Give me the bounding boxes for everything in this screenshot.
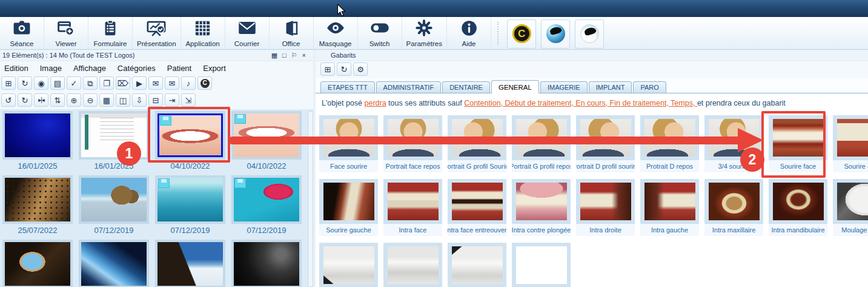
- library-thumbnail-item[interactable]: [79, 240, 149, 287]
- thumbnail-image[interactable]: [5, 178, 70, 221]
- mail-off-button[interactable]: ✉: [165, 76, 179, 90]
- menu-item-affichage[interactable]: Affichage: [73, 64, 106, 73]
- thumbnail-image[interactable]: [81, 178, 147, 221]
- split-button[interactable]: ⊟: [148, 93, 163, 107]
- thumbnail-image[interactable]: [157, 242, 223, 286]
- orca-globe-app-button[interactable]: [541, 19, 570, 49]
- thumbnail-card[interactable]: [2, 175, 73, 224]
- tab-dentaire[interactable]: DENTAIRE: [442, 81, 490, 93]
- gabarit-intra-gauche[interactable]: Intra gauche: [640, 179, 699, 236]
- windows-button[interactable]: ⊞: [1, 76, 16, 90]
- sync-button[interactable]: ↻: [337, 62, 351, 76]
- gabarit-sourire-gauche[interactable]: Sourire gauche: [319, 179, 378, 236]
- audio-button[interactable]: ♪: [181, 76, 196, 90]
- toolbar-button-formulaire[interactable]: Formulaire: [88, 17, 133, 49]
- library-thumbnail-item[interactable]: 25/07/2022: [2, 175, 73, 240]
- thumbnail-image[interactable]: [234, 242, 299, 286]
- library-thumbnail-item[interactable]: 07/12/2019: [79, 175, 149, 240]
- menu-item-image[interactable]: Image: [40, 64, 62, 73]
- tab-administratif[interactable]: ADMINISTRATIF: [376, 81, 442, 93]
- toolbar-button-switch[interactable]: Switch: [358, 17, 402, 49]
- copy-button[interactable]: ⧉: [83, 76, 98, 90]
- toolbar-button-s-ance[interactable]: Séance: [0, 17, 44, 49]
- toolbar-button-viewer[interactable]: Viewer: [44, 17, 88, 49]
- gabarit-template-card[interactable]: [383, 243, 442, 287]
- thumbnail-card[interactable]: [2, 240, 73, 287]
- toolbar-button-param-tres[interactable]: Paramètres: [402, 17, 447, 49]
- mail-button[interactable]: ✉: [148, 76, 163, 90]
- gabarit-intra-face[interactable]: Intra face: [383, 179, 442, 236]
- compare-button[interactable]: ◫: [116, 93, 130, 107]
- warning-attribute-link[interactable]: Contention, Début de traitement, En cour…: [464, 99, 697, 107]
- gabarit-intra-droite[interactable]: Intra droite: [576, 179, 635, 236]
- toolbar-button-masquage[interactable]: Masquage: [314, 17, 358, 49]
- thumbnail-image[interactable]: [5, 242, 70, 286]
- gabarit-intra-face-entreouvert[interactable]: Intra face entreouvert: [448, 179, 506, 236]
- toolbar-drag-handle[interactable]: [497, 22, 505, 44]
- flip-horizontal-button[interactable]: ▸|◂: [34, 93, 48, 107]
- export-down-button[interactable]: ⇩: [132, 93, 147, 107]
- tab-general[interactable]: GENERAL: [491, 80, 539, 93]
- tab-etapes-ttt[interactable]: ETAPES TTT: [320, 81, 375, 93]
- library-thumbnail-item[interactable]: 07/12/2019: [155, 175, 225, 240]
- thumbnail-image[interactable]: [234, 178, 299, 221]
- gabarit-intra-maxillaire[interactable]: Intra maxillaire: [704, 179, 763, 236]
- close-icon[interactable]: ×: [302, 52, 306, 59]
- library-thumbnail-item[interactable]: [155, 240, 225, 287]
- thumbnail-card[interactable]: [79, 240, 149, 287]
- menu-item-edition[interactable]: Edition: [4, 64, 28, 73]
- pin-icon[interactable]: ⚐: [291, 52, 297, 59]
- gabarit-intra-contre-plong-e[interactable]: Intra contre plongée: [512, 179, 571, 236]
- c-logo-app-button[interactable]: C: [507, 19, 536, 49]
- thumbnail-image[interactable]: [157, 178, 223, 221]
- thumbnail-card[interactable]: [231, 175, 302, 224]
- library-thumbnail-item[interactable]: 07/12/2019: [231, 175, 302, 240]
- library-thumbnail-item[interactable]: [2, 240, 73, 287]
- video-button[interactable]: ▶: [132, 76, 147, 90]
- toolbar-button-pr-sentation[interactable]: Présentation: [133, 17, 181, 49]
- library-thumbnail-item[interactable]: 16/01/2025: [79, 111, 149, 175]
- windows-button[interactable]: ⊞: [320, 62, 335, 76]
- orca-snow-app-button[interactable]: [575, 19, 604, 49]
- thumbnail-card[interactable]: [155, 175, 225, 224]
- thumbnail-card[interactable]: [155, 240, 225, 287]
- thumbnail-card[interactable]: [231, 111, 302, 160]
- gabarit-template-card[interactable]: [319, 243, 378, 287]
- warning-attribute-link[interactable]: perdra: [365, 99, 386, 107]
- gabarit-template-card[interactable]: [512, 243, 571, 287]
- grid-view-icon[interactable]: ▦: [271, 52, 277, 59]
- gabarit-sourire-4-de[interactable]: Sourire 4 de: [833, 115, 868, 172]
- fullscreen-button[interactable]: ⇲: [181, 93, 196, 107]
- tab-implant[interactable]: IMPLANT: [589, 81, 632, 93]
- toolbar-button-office[interactable]: Office: [270, 17, 314, 49]
- toolbar-button-application[interactable]: Application: [181, 17, 225, 49]
- restore-window-icon[interactable]: □: [282, 52, 287, 59]
- gabarit-intra-mandibulaire[interactable]: Intra mandibulaire: [769, 179, 827, 236]
- thumbnail-image[interactable]: [81, 242, 147, 286]
- thumbnail-image[interactable]: [5, 113, 70, 157]
- toolbar-button-courrier[interactable]: Courrier: [225, 17, 270, 49]
- tab-imagerie[interactable]: IMAGERIE: [540, 81, 588, 93]
- rotate-left-button[interactable]: ↺: [1, 93, 16, 107]
- thumbnail-card[interactable]: [2, 111, 73, 160]
- send-next-button[interactable]: ⇥: [165, 93, 179, 107]
- menu-item-patient[interactable]: Patient: [167, 64, 191, 73]
- tag-add-button[interactable]: ⊕: [67, 93, 81, 107]
- library-thumbnail-item[interactable]: [231, 240, 302, 287]
- flip-vertical-button[interactable]: ⇅: [50, 93, 65, 107]
- thumbnail-image[interactable]: [234, 113, 299, 157]
- menu-item-export[interactable]: Export: [203, 64, 226, 73]
- menu-item-cat-gories[interactable]: Catégories: [118, 64, 156, 73]
- gabarit-template-card[interactable]: [448, 243, 506, 287]
- eye-button[interactable]: ◉: [34, 76, 48, 90]
- c-badge-button[interactable]: C: [197, 76, 212, 90]
- rotate-right-button[interactable]: ↻: [18, 93, 32, 107]
- library-thumbnail-item[interactable]: 16/01/2025: [2, 111, 73, 175]
- paste-button[interactable]: ❐: [99, 76, 114, 90]
- gabarit-moulage-maxi[interactable]: Moulage Maxi: [833, 179, 868, 236]
- gear-button[interactable]: ⚙: [353, 62, 368, 76]
- trash-button[interactable]: ⌦: [116, 76, 130, 90]
- sync-button[interactable]: ↻: [18, 76, 32, 90]
- check-button[interactable]: ✓: [67, 76, 81, 90]
- form-button[interactable]: ▤: [50, 76, 65, 90]
